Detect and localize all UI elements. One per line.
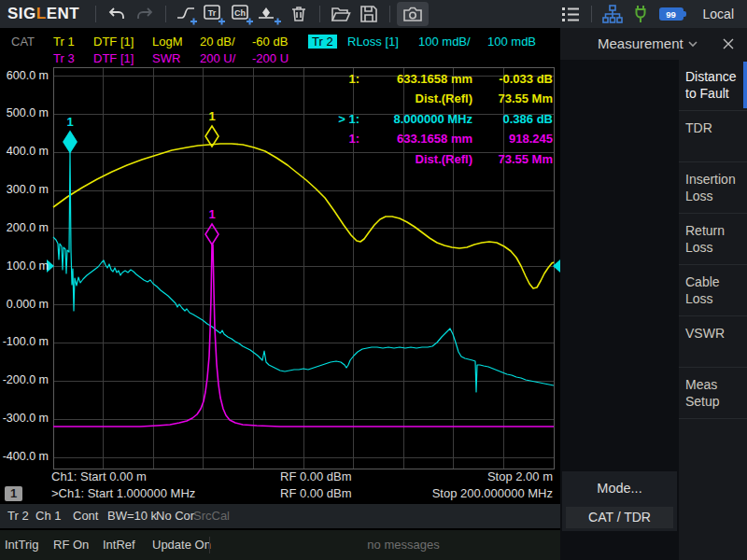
status-item: Cont: [73, 509, 98, 523]
panel-menu-column: Distance to FaultTDRInsertion LossReturn…: [679, 60, 747, 560]
trace-tr2-rloss: [53, 152, 554, 392]
status-item: Tr 2: [7, 509, 29, 523]
y-axis-label: 100.0 m: [2, 259, 49, 273]
battery-level: 99: [666, 9, 676, 20]
y-axis-label: 200.0 m: [2, 221, 49, 234]
open-file-icon[interactable]: [327, 2, 355, 26]
marker-readout-value: 8.000000 MHz: [359, 112, 472, 126]
svg-text:Ch: Ch: [234, 8, 246, 18]
trace1-scale: 20 dB/: [200, 35, 235, 49]
trace3-id[interactable]: Tr 3: [53, 51, 75, 65]
mode-label: Mode...: [562, 481, 677, 496]
channel-start: Ch1: Start 0.00 m: [51, 469, 147, 483]
y-axis-label: -400.0 m: [2, 450, 49, 463]
brand-accent: L: [36, 5, 47, 22]
trace1-format: LogM: [152, 35, 183, 49]
menu-list-icon[interactable]: [557, 2, 585, 26]
mode-block: Mode... CAT / TDR: [562, 471, 677, 531]
power-plug-icon: [627, 2, 655, 26]
system-status-bar: IntTrigRF OnIntRefUpdate Onno messages: [0, 530, 560, 560]
marker-readout-value: 633.1658 mm: [359, 132, 472, 146]
channel-stop: Stop 200.000000 MHz: [403, 486, 553, 500]
undo-icon[interactable]: [103, 2, 131, 26]
trace2-id-active[interactable]: Tr 2: [308, 35, 337, 49]
chart-marker-label: 1: [208, 109, 215, 123]
marker-readout-row: Dist.(Refl)73.55 Mm: [308, 91, 553, 105]
mode-cat-tdr-button[interactable]: CAT / TDR: [566, 507, 673, 528]
channel-start: >Ch1: Start 1.000000 MHz: [51, 486, 195, 500]
marker-readout-row: Dist.(Refl)73.55 Mm: [308, 152, 553, 166]
marker-readout-value: [308, 152, 359, 166]
marker-readout-value: 73.55 Mm: [472, 91, 553, 105]
measurement-panel: Measurement DTF[ Port 1 ]DTF[ Port 2 ] D…: [560, 28, 747, 560]
mode-indicator: CAT: [11, 35, 35, 49]
trace1-id[interactable]: Tr 1: [53, 35, 75, 49]
marker-readout-value: > 1:: [308, 112, 359, 126]
close-icon[interactable]: [719, 35, 738, 53]
marker-readout-value: 633.1658 mm: [359, 72, 472, 86]
system-status-item: IntRef: [103, 538, 135, 552]
cat-analyzer-app: SIGLENT Tr Ch: [0, 0, 747, 560]
trace2-reference: 100 mdB: [487, 35, 536, 49]
marker-readout-value: 918.245: [472, 132, 553, 146]
panel-title[interactable]: Measurement: [598, 35, 684, 51]
chart-marker-diamond: [205, 126, 218, 147]
status-item: SrcCal: [193, 509, 230, 523]
y-axis-label: -300.0 m: [2, 412, 49, 425]
reference-level-marker: [553, 259, 560, 273]
menu-item-distance-to-fault[interactable]: Distance to Fault: [679, 60, 747, 111]
trace3-scale: 200 U/: [200, 51, 235, 65]
y-axis-label: 300.0 m: [2, 183, 49, 196]
status-item: BW=10 k: [107, 509, 157, 523]
battery-indicator: 99: [655, 2, 688, 26]
network-icon[interactable]: [599, 2, 627, 26]
siglent-logo: SIGLENT: [7, 5, 79, 23]
local-button[interactable]: Local: [703, 7, 734, 21]
trace-tr3-dtf-swr: [53, 245, 554, 427]
system-status-item: IntTrig: [5, 538, 38, 552]
system-status-item: RF On: [53, 538, 89, 552]
toolbar-right: 99 Local: [557, 0, 747, 28]
y-axis-label: 600.0 m: [2, 69, 49, 82]
delete-icon[interactable]: [285, 2, 313, 26]
chart-marker-diamond: [63, 132, 77, 152]
trace2-scale: 100 mdB/: [418, 35, 471, 49]
toolbar-separator: [165, 6, 166, 22]
add-trace-icon[interactable]: Tr: [201, 2, 229, 26]
y-axis-label: -100.0 m: [2, 335, 49, 348]
add-channel-icon[interactable]: Ch: [229, 2, 257, 26]
save-icon[interactable]: [355, 2, 383, 26]
marker-readout-value: 1:: [308, 132, 359, 146]
add-marker-icon[interactable]: [257, 2, 285, 26]
menu-item-tdr[interactable]: TDR: [679, 111, 747, 162]
y-axis-label: -200.0 m: [2, 373, 49, 386]
menu-item-return-loss[interactable]: Return Loss: [679, 214, 747, 265]
marker-readout-value: 73.55 Mm: [472, 152, 553, 166]
screenshot-icon[interactable]: [397, 2, 429, 26]
add-sweep-icon[interactable]: [173, 2, 201, 26]
redo-icon[interactable]: [131, 2, 159, 26]
chevron-down-icon[interactable]: [687, 40, 698, 48]
y-axis-label: 500.0 m: [2, 106, 49, 119]
toolbar-separator: [319, 6, 320, 22]
status-separator: [209, 537, 210, 553]
marker-readout-value: [308, 91, 359, 105]
trace-status-bar: Tr 2Ch 1ContBW=10 kNo CorSrcCal: [0, 504, 560, 528]
marker-readout-value: -0.033 dB: [472, 72, 553, 86]
toolbar-separator: [389, 6, 390, 22]
message-area: no messages: [367, 538, 439, 552]
svg-text:Tr: Tr: [208, 8, 217, 18]
menu-item-meas-setup[interactable]: Meas Setup: [679, 368, 747, 419]
menu-item-vswr[interactable]: VSWR: [679, 316, 747, 368]
brand-suffix: ENT: [47, 5, 80, 22]
chart-marker-diamond: [205, 224, 218, 245]
trace2-measurement: RLoss [1]: [347, 35, 399, 49]
menu-item-cable-loss[interactable]: Cable Loss: [679, 265, 747, 316]
toolbar-separator: [95, 6, 96, 22]
status-item: Ch 1: [35, 509, 61, 523]
menu-item-insertion-loss[interactable]: Insertion Loss: [679, 162, 747, 214]
y-axis-label: 400.0 m: [2, 145, 49, 158]
toolbar-separator: [591, 6, 592, 22]
marker-readout-value: 0.386 dB: [472, 112, 553, 126]
status-item: No Cor: [156, 509, 194, 523]
